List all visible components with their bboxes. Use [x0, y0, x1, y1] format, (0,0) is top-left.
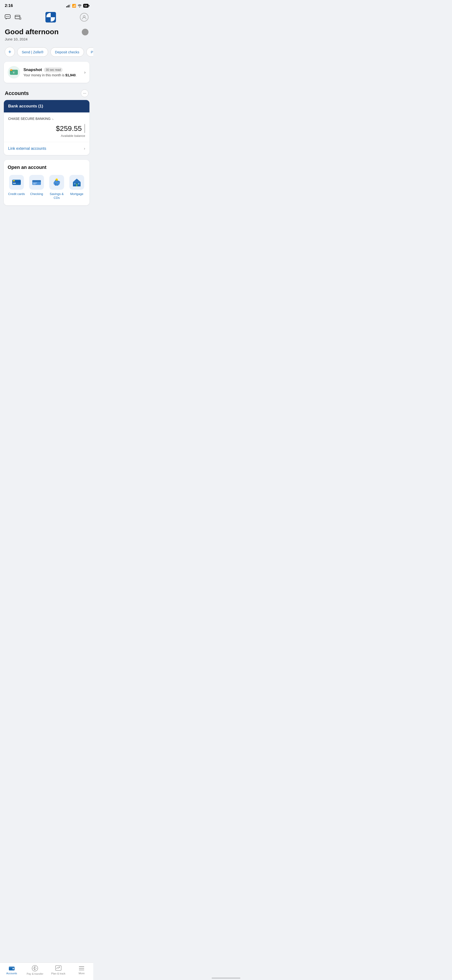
account-item[interactable]: CHASE SECURE BANKING ↘ $259.55 Available… [4, 113, 89, 142]
account-balance-row: $259.55 [8, 124, 85, 133]
snapshot-title: Snapshot [24, 67, 42, 72]
accounts-section-title: Accounts [5, 90, 29, 96]
svg-point-2 [8, 16, 8, 17]
accounts-menu-button[interactable]: ··· [81, 89, 89, 97]
ellipsis-icon: ··· [83, 91, 86, 95]
account-balance: $259.55 [56, 124, 82, 132]
svg-rect-44 [74, 183, 76, 185]
svg-rect-29 [32, 181, 41, 182]
open-checking-button[interactable]: Checking [28, 175, 46, 200]
add-card-icon [15, 14, 22, 20]
svg-text:$: $ [56, 179, 57, 181]
open-mortgage-button[interactable]: Mortgage [68, 175, 86, 200]
bank-accounts-title: Bank accounts (1) [8, 104, 85, 109]
header-nav [0, 10, 93, 25]
checking-icon [29, 175, 44, 190]
chat-button[interactable] [5, 14, 11, 21]
header-left [5, 14, 22, 21]
chat-icon [5, 14, 11, 20]
wifi-icon [78, 4, 82, 7]
profile-button[interactable] [80, 13, 89, 22]
snapshot-card[interactable]: $ $ Snapshot 30 sec read Your money in t… [4, 62, 89, 83]
greeting-date: June 10, 2024 [5, 37, 89, 45]
savings-label: Savings & CDs [48, 192, 65, 200]
balance-bar-icon [84, 124, 85, 133]
status-bar: 2:16 📶 54 [0, 0, 93, 10]
snapshot-description: Your money in this month is $1,940. [24, 73, 76, 77]
mortgage-label: Mortgage [70, 192, 84, 196]
profile-icon [82, 15, 87, 20]
greeting-section: Good afternoon June 10, 2024 [0, 25, 93, 45]
pay-bills-button[interactable]: Pay bills [86, 48, 93, 57]
credit-cards-icon [9, 175, 24, 190]
svg-marker-40 [73, 179, 81, 182]
chase-brand-icon [46, 12, 56, 22]
svg-point-15 [83, 16, 85, 18]
svg-text:$: $ [13, 72, 14, 74]
link-external-button[interactable]: Link external accounts › [4, 142, 89, 155]
accounts-card: Bank accounts (1) CHASE SECURE BANKING ↘… [4, 100, 89, 155]
svg-rect-46 [76, 183, 78, 186]
add-card-button[interactable] [15, 14, 22, 21]
savings-icon: $ [49, 175, 64, 190]
signal-bars-icon [66, 4, 71, 7]
status-time: 2:16 [5, 3, 13, 8]
svg-text:$: $ [11, 69, 11, 71]
link-external-chevron-icon: › [84, 146, 85, 151]
snapshot-icon: $ $ [8, 66, 20, 78]
svg-point-36 [55, 183, 56, 184]
money-icon: $ $ [10, 69, 18, 76]
add-action-button[interactable]: + [5, 47, 15, 57]
open-account-grid: Credit cards Checking [8, 175, 86, 200]
open-savings-button[interactable]: $ Savings & CDs [48, 175, 65, 200]
chase-logo [46, 12, 56, 22]
open-account-title: Open an account [8, 165, 86, 170]
greeting-title: Good afternoon [5, 28, 59, 36]
snapshot-chevron-icon: › [84, 70, 86, 75]
account-balance-label: Available balance [8, 134, 85, 138]
wifi-icon: 📶 [72, 4, 76, 8]
svg-rect-25 [13, 183, 16, 184]
svg-rect-45 [78, 183, 79, 185]
svg-rect-26 [13, 180, 15, 181]
open-credit-cards-button[interactable]: Credit cards [8, 175, 25, 200]
link-external-text: Link external accounts [8, 146, 46, 151]
deposit-checks-button[interactable]: Deposit checks [51, 48, 84, 57]
open-account-card: Open an account Credit cards [4, 160, 89, 205]
snapshot-badge: 30 sec read [44, 67, 63, 72]
bank-accounts-header: Bank accounts (1) [4, 100, 89, 113]
send-zelle-button[interactable]: Send | Zelle® [17, 48, 48, 57]
account-name: CHASE SECURE BANKING ↘ [8, 117, 85, 121]
quick-actions: + Send | Zelle® Deposit checks Pay bills [0, 45, 93, 62]
svg-point-1 [6, 16, 7, 17]
svg-point-3 [9, 16, 10, 17]
greeting-dot [82, 29, 89, 35]
status-icons: 📶 54 [66, 4, 89, 8]
main-content: Accounts ··· Bank accounts (1) CHASE SEC… [0, 88, 93, 234]
accounts-section-header: Accounts ··· [0, 88, 93, 100]
checking-label: Checking [30, 192, 43, 196]
battery-icon: 54 [83, 4, 89, 8]
credit-cards-label: Credit cards [8, 192, 25, 196]
svg-point-34 [58, 181, 59, 182]
mortgage-icon [69, 175, 84, 190]
